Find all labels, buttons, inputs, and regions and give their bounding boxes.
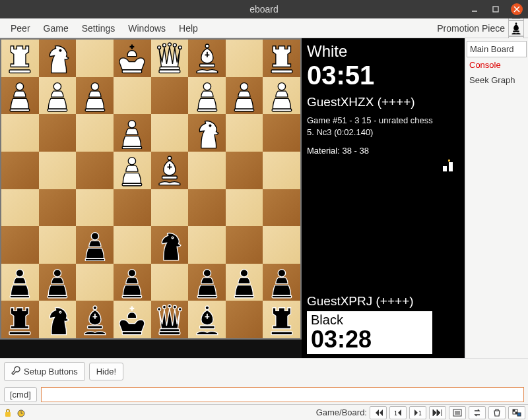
square-7-7[interactable]: [263, 301, 300, 338]
square-1-1[interactable]: [39, 77, 77, 115]
square-6-2[interactable]: [76, 264, 114, 301]
square-2-6[interactable]: [226, 114, 263, 152]
black-p-piece[interactable]: [265, 266, 298, 299]
black-p-piece[interactable]: [79, 229, 112, 262]
square-7-2[interactable]: [76, 301, 114, 338]
window-maximize-button[interactable]: [490, 3, 502, 15]
white-p-piece[interactable]: [265, 79, 298, 112]
menu-settings[interactable]: Settings: [75, 20, 122, 36]
square-6-0[interactable]: [1, 264, 39, 301]
black-p-piece[interactable]: [3, 266, 36, 299]
menu-peer[interactable]: Peer: [4, 20, 37, 36]
square-3-4[interactable]: [151, 152, 189, 189]
nav-last-button[interactable]: [429, 406, 446, 419]
white-p-piece[interactable]: [41, 79, 74, 112]
square-3-0[interactable]: [1, 152, 39, 189]
square-2-1[interactable]: [39, 114, 77, 152]
window-minimize-button[interactable]: [469, 3, 480, 15]
black-b-piece[interactable]: [79, 303, 112, 336]
square-0-0[interactable]: [1, 40, 39, 77]
setup-buttons-button[interactable]: Setup Buttons: [4, 362, 85, 381]
square-3-5[interactable]: [188, 152, 226, 189]
black-p-piece[interactable]: [116, 266, 148, 299]
promotion-bishop-button[interactable]: [508, 20, 524, 36]
square-3-1[interactable]: [39, 152, 77, 189]
white-b-piece[interactable]: [191, 42, 224, 75]
square-2-7[interactable]: [263, 114, 300, 152]
white-k-piece[interactable]: [116, 42, 148, 75]
black-b-piece[interactable]: [191, 303, 224, 336]
square-4-7[interactable]: [263, 189, 300, 227]
square-6-7[interactable]: [263, 264, 300, 301]
square-2-0[interactable]: [1, 114, 39, 152]
trash-button[interactable]: [488, 406, 506, 419]
square-3-6[interactable]: [226, 152, 263, 189]
tab-main-board[interactable]: Main Board: [467, 41, 527, 57]
square-5-4[interactable]: [151, 226, 189, 264]
square-0-6[interactable]: [226, 40, 263, 77]
white-r-piece[interactable]: [265, 42, 298, 75]
white-p-piece[interactable]: [116, 154, 148, 187]
flip-board-button[interactable]: [469, 406, 486, 419]
board-settings-button[interactable]: [508, 406, 525, 419]
square-5-5[interactable]: [188, 226, 226, 264]
chess-board[interactable]: [0, 38, 302, 340]
black-n-piece[interactable]: [41, 303, 74, 336]
black-k-piece[interactable]: [116, 303, 148, 336]
square-0-3[interactable]: [114, 40, 151, 77]
square-5-2[interactable]: [76, 226, 114, 264]
white-p-piece[interactable]: [79, 79, 112, 112]
square-3-7[interactable]: [263, 152, 300, 189]
square-1-5[interactable]: [188, 77, 226, 115]
square-7-5[interactable]: [188, 301, 226, 338]
square-1-2[interactable]: [76, 77, 114, 115]
square-4-3[interactable]: [114, 189, 151, 227]
menu-windows[interactable]: Windows: [121, 20, 172, 36]
hide-button[interactable]: Hide!: [89, 363, 123, 380]
white-q-piece[interactable]: [153, 42, 186, 75]
nav-first-button[interactable]: [370, 406, 387, 419]
square-7-1[interactable]: [39, 301, 77, 338]
square-0-7[interactable]: [263, 40, 300, 77]
square-0-4[interactable]: [151, 40, 189, 77]
white-r-piece[interactable]: [3, 42, 36, 75]
white-n-piece[interactable]: [41, 42, 74, 75]
cmd-label-button[interactable]: [cmd]: [4, 387, 37, 402]
black-n-piece[interactable]: [153, 229, 186, 262]
nav-prev-button[interactable]: 1: [389, 406, 407, 419]
square-1-6[interactable]: [226, 77, 263, 115]
white-p-piece[interactable]: [3, 79, 36, 112]
white-p-piece[interactable]: [191, 79, 224, 112]
square-5-1[interactable]: [39, 226, 77, 264]
square-4-4[interactable]: [151, 189, 189, 227]
window-close-button[interactable]: [511, 3, 523, 15]
tab-seek-graph[interactable]: Seek Graph: [467, 73, 527, 88]
black-p-piece[interactable]: [228, 266, 261, 299]
menu-help[interactable]: Help: [172, 20, 205, 36]
square-6-5[interactable]: [188, 264, 226, 301]
square-1-4[interactable]: [151, 77, 189, 115]
square-4-5[interactable]: [188, 189, 226, 227]
square-6-1[interactable]: [39, 264, 77, 301]
white-n-piece[interactable]: [191, 117, 224, 150]
black-q-piece[interactable]: [153, 303, 186, 336]
square-0-1[interactable]: [39, 40, 77, 77]
black-r-piece[interactable]: [265, 303, 298, 336]
square-1-3[interactable]: [114, 77, 151, 115]
square-7-0[interactable]: [1, 301, 39, 338]
square-7-3[interactable]: [114, 301, 151, 338]
white-b-piece[interactable]: [153, 154, 186, 187]
tab-console[interactable]: Console: [467, 57, 527, 73]
square-0-2[interactable]: [76, 40, 114, 77]
square-7-4[interactable]: [151, 301, 189, 338]
square-1-0[interactable]: [1, 77, 39, 115]
square-0-5[interactable]: [188, 40, 226, 77]
square-5-7[interactable]: [263, 226, 300, 264]
black-r-piece[interactable]: [3, 303, 36, 336]
nav-next-button[interactable]: 1: [409, 406, 426, 419]
square-4-2[interactable]: [76, 189, 114, 227]
square-1-7[interactable]: [263, 77, 300, 115]
square-2-4[interactable]: [151, 114, 189, 152]
black-p-piece[interactable]: [191, 266, 224, 299]
square-4-1[interactable]: [39, 189, 77, 227]
